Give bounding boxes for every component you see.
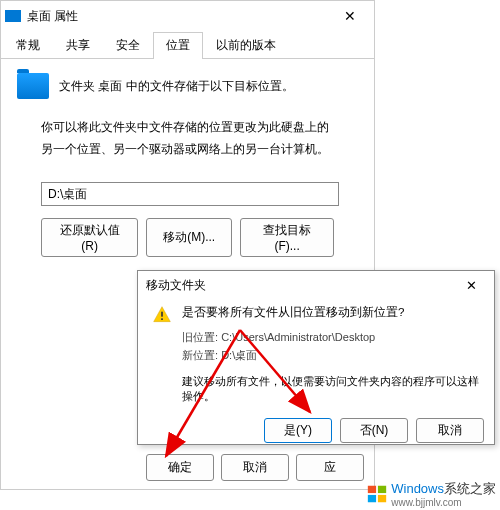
watermark-url: www.bjjmlv.com bbox=[391, 498, 496, 508]
cancel-button[interactable]: 取消 bbox=[221, 454, 289, 481]
window-title: 桌面 属性 bbox=[27, 8, 330, 25]
tab-general[interactable]: 常规 bbox=[3, 32, 53, 59]
move-folder-dialog: 移动文件夹 ✕ 是否要将所有文件从旧位置移动到新位置? 旧位置: C:\User… bbox=[137, 270, 495, 445]
no-button[interactable]: 否(N) bbox=[340, 418, 408, 443]
move-note-text: 建议移动所有文件，以便需要访问文件夹内容的程序可以这样操作。 bbox=[182, 374, 482, 404]
folder-icon bbox=[17, 73, 49, 99]
close-button[interactable]: ✕ bbox=[330, 2, 370, 30]
old-path-value: C:\Users\Administrator\Desktop bbox=[221, 331, 375, 343]
watermark-main: Windows系统之家 bbox=[391, 481, 496, 496]
tab-sharing[interactable]: 共享 bbox=[53, 32, 103, 59]
move-button[interactable]: 移动(M)... bbox=[146, 218, 232, 257]
new-path-value: D:\桌面 bbox=[221, 349, 257, 361]
move-paths-block: 旧位置: C:\Users\Administrator\Desktop 新位置:… bbox=[182, 329, 482, 364]
move-question-text: 是否要将所有文件从旧位置移动到新位置? bbox=[182, 305, 404, 320]
location-description: 你可以将此文件夹中文件存储的位置更改为此硬盘上的另一个位置、另一个驱动器或网络上… bbox=[41, 117, 334, 160]
move-dialog-titlebar: 移动文件夹 ✕ bbox=[138, 271, 494, 299]
tab-content-location: 文件夹 桌面 中的文件存储于以下目标位置。 你可以将此文件夹中文件存储的位置更改… bbox=[1, 59, 374, 271]
folder-title-icon bbox=[5, 10, 21, 22]
location-buttons-row: 还原默认值(R) 移动(M)... 查找目标(F)... bbox=[41, 218, 334, 257]
svg-rect-0 bbox=[161, 312, 163, 317]
new-path-label: 新位置: bbox=[182, 349, 221, 361]
folder-desc-text: 文件夹 桌面 中的文件存储于以下目标位置。 bbox=[59, 78, 294, 95]
move-dialog-title: 移动文件夹 bbox=[146, 277, 456, 294]
restore-defaults-button[interactable]: 还原默认值(R) bbox=[41, 218, 138, 257]
tab-security[interactable]: 安全 bbox=[103, 32, 153, 59]
tabs-bar: 常规 共享 安全 位置 以前的版本 bbox=[1, 31, 374, 59]
path-input[interactable] bbox=[41, 182, 339, 206]
apply-button[interactable]: 应 bbox=[296, 454, 364, 481]
warning-icon bbox=[152, 305, 172, 325]
move-dialog-body: 是否要将所有文件从旧位置移动到新位置? 旧位置: C:\Users\Admini… bbox=[138, 299, 494, 412]
move-dialog-close-button[interactable]: ✕ bbox=[456, 278, 486, 293]
ok-button[interactable]: 确定 bbox=[146, 454, 214, 481]
svg-rect-9 bbox=[378, 495, 386, 502]
svg-rect-7 bbox=[378, 486, 386, 493]
find-target-button[interactable]: 查找目标(F)... bbox=[240, 218, 334, 257]
watermark: Windows系统之家 www.bjjmlv.com bbox=[366, 480, 496, 508]
yes-button[interactable]: 是(Y) bbox=[264, 418, 332, 443]
tab-location[interactable]: 位置 bbox=[153, 32, 203, 59]
titlebar: 桌面 属性 ✕ bbox=[1, 1, 374, 31]
tab-previous[interactable]: 以前的版本 bbox=[203, 32, 289, 59]
move-cancel-button[interactable]: 取消 bbox=[416, 418, 484, 443]
move-dialog-buttons: 是(Y) 否(N) 取消 bbox=[138, 412, 494, 443]
old-path-label: 旧位置: bbox=[182, 331, 221, 343]
svg-rect-8 bbox=[368, 495, 376, 502]
svg-rect-1 bbox=[161, 318, 163, 320]
dialog-bottom-buttons: 确定 取消 应 bbox=[146, 454, 364, 481]
folder-info-row: 文件夹 桌面 中的文件存储于以下目标位置。 bbox=[17, 73, 358, 99]
